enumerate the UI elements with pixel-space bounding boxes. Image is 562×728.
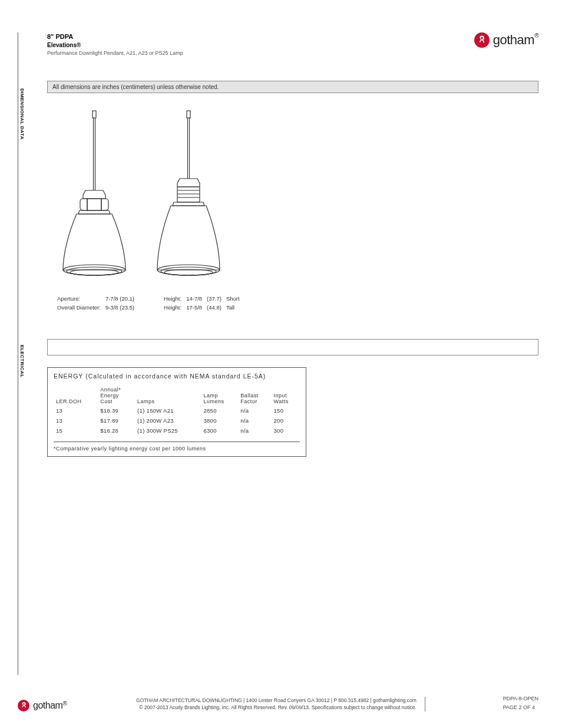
table-row: 15$16.28(1) 300W PS256300n/a300 bbox=[54, 426, 300, 436]
brand-name: gotham bbox=[493, 32, 534, 47]
energy-table: LER.DOH Annual*EnergyCost Lamps LampLume… bbox=[54, 386, 300, 436]
pendant-drawing-short bbox=[56, 108, 133, 285]
svg-rect-10 bbox=[177, 187, 200, 202]
footer-page: PAGE 2 OF 4 bbox=[503, 703, 538, 711]
page-header: 8" PDPA Elevations® Performance Downligh… bbox=[47, 32, 538, 57]
product-desc: Performance Downlight Pendant, A21, A23 … bbox=[47, 50, 183, 57]
pendant-drawings bbox=[56, 108, 538, 285]
svg-rect-3 bbox=[87, 199, 101, 210]
page-footer: gotham® GOTHAM ARCHITECTURAL DOWNLIGHTIN… bbox=[18, 694, 538, 711]
logo-bug-icon bbox=[18, 700, 29, 711]
dimension-specs: Aperture:7-7/8 (20.1) Overall Diameter:9… bbox=[56, 294, 538, 312]
section-label-dimensional: DIMENSIONAL DATA bbox=[19, 88, 25, 140]
footer-legal: © 2007-2013 Acuity Brands Lighting, Inc.… bbox=[136, 704, 416, 711]
dim-table-right: Height:14-7/8(37.7)Short Height:17-5/8(4… bbox=[163, 294, 244, 312]
electrical-empty-box bbox=[47, 339, 538, 355]
svg-rect-7 bbox=[187, 111, 190, 118]
brand-logo: gotham® bbox=[474, 32, 538, 48]
footer-logo: gotham® bbox=[18, 700, 67, 711]
reg-mark: ® bbox=[77, 42, 81, 48]
footer-address: GOTHAM ARCHITECTURAL DOWNLIGHTING | 1400… bbox=[136, 697, 416, 704]
svg-rect-0 bbox=[92, 111, 96, 118]
product-title: 8" PDPA bbox=[47, 32, 183, 41]
energy-title: ENERGY bbox=[54, 373, 83, 380]
energy-title-note: (Calculated in accordance with NEMA stan… bbox=[85, 373, 266, 380]
reg-mark-icon: ® bbox=[534, 32, 538, 39]
table-row: 13$17.89(1) 200W A233800n/a200 bbox=[54, 416, 300, 426]
energy-footnote: *Comparative yearly lighting energy cost… bbox=[54, 442, 300, 452]
dimensions-note: All dimensions are inches (centimeters) … bbox=[47, 81, 538, 93]
energy-table-box: ENERGY (Calculated in accordance with NE… bbox=[47, 367, 306, 457]
logo-bug-icon bbox=[474, 32, 490, 48]
footer-code: PDPA-8-OPEN bbox=[503, 694, 538, 703]
section-label-electrical: ELECTRICAL bbox=[19, 345, 25, 378]
table-row: 13$18.39(1) 150W A212850n/a150 bbox=[54, 406, 300, 416]
left-rule: DIMENSIONAL DATA ELECTRICAL bbox=[18, 32, 29, 675]
pendant-drawing-tall bbox=[150, 108, 227, 285]
dim-table-left: Aperture:7-7/8 (20.1) Overall Diameter:9… bbox=[56, 294, 139, 312]
product-subtitle: Elevations bbox=[47, 42, 77, 48]
